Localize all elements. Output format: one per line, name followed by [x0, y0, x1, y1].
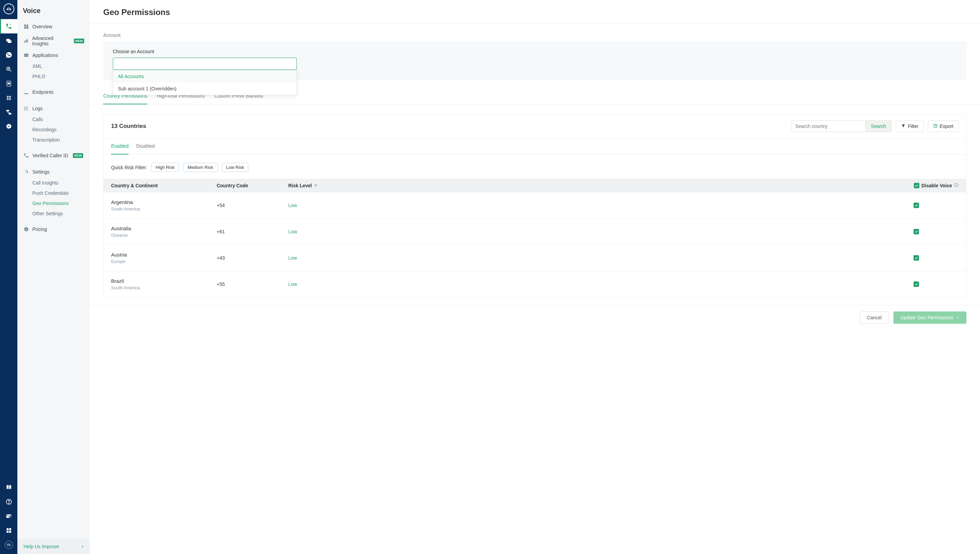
sidebar-sub-calls[interactable]: Calls — [18, 114, 90, 125]
svg-rect-1 — [6, 10, 11, 10]
cancel-button[interactable]: Cancel — [860, 311, 889, 324]
svg-rect-8 — [6, 110, 9, 111]
rail-verified[interactable] — [0, 120, 18, 134]
account-select-input[interactable] — [113, 57, 297, 70]
page-title: Geo Permissions — [90, 0, 980, 24]
rail-flow[interactable] — [0, 105, 18, 120]
rail-voice[interactable] — [0, 19, 18, 34]
rail-help[interactable] — [0, 495, 18, 509]
logo-icon[interactable] — [3, 3, 14, 14]
dropdown-opt-subaccount-1[interactable]: Sub account 1 (Overridden) — [113, 83, 296, 95]
chevron-right-icon — [956, 315, 959, 320]
sidebar-label: Overview — [32, 24, 52, 29]
svg-rect-20 — [27, 25, 28, 26]
chip-high-risk[interactable]: High Risk — [151, 163, 179, 172]
search-country-input[interactable] — [792, 120, 865, 132]
sidebar-item-endpoints[interactable]: Endpoints — [18, 86, 90, 98]
download-icon — [24, 89, 29, 95]
country-name: Australia — [111, 225, 217, 231]
sidebar-label: Logs — [32, 106, 43, 111]
th-country: Country & Continent — [111, 183, 217, 188]
risk-level: Low — [288, 255, 297, 260]
rail-sip[interactable]: SIP — [0, 77, 18, 91]
country-count: 13 Countries — [111, 123, 146, 129]
country-code: +55 — [217, 281, 288, 287]
th-code: Country Code — [217, 183, 288, 188]
rail-whatsapp[interactable] — [0, 48, 18, 62]
help-us-improve[interactable]: Help Us Improve — [18, 539, 90, 554]
svg-point-28 — [24, 108, 25, 109]
sort-icon[interactable] — [314, 183, 318, 188]
table-row: Australia Oceania +61 Low — [103, 219, 966, 245]
rail-numbers[interactable] — [0, 91, 18, 105]
sidebar-item-applications[interactable]: Applications — [18, 49, 90, 61]
th-risk[interactable]: Risk Level — [288, 183, 312, 188]
chip-medium-risk[interactable]: Medium Risk — [183, 163, 217, 172]
avatar[interactable]: Vk — [5, 541, 13, 549]
export-button[interactable]: Export — [928, 120, 959, 132]
new-badge: NEW — [74, 38, 84, 43]
svg-rect-19 — [24, 25, 26, 26]
sidebar-sub-call-insights[interactable]: Call Insights — [18, 178, 90, 188]
sidebar-sub-geo-permissions[interactable]: Geo Permissions — [18, 198, 90, 208]
sidebar-item-logs[interactable]: Logs — [18, 103, 90, 114]
table-row: Brazil South America +55 Low — [103, 271, 966, 297]
filter-label: Filter — [908, 123, 918, 129]
svg-rect-23 — [24, 41, 25, 43]
chip-low-risk[interactable]: Low Risk — [222, 163, 249, 172]
subtab-disabled[interactable]: Disabled — [136, 139, 154, 154]
svg-rect-21 — [27, 26, 28, 29]
rail-messaging[interactable] — [0, 34, 18, 48]
disable-voice-all-checkbox[interactable] — [914, 183, 920, 188]
choose-account-label: Choose an Account — [113, 49, 957, 54]
th-disable: Disable Voice — [921, 183, 952, 188]
rail-support[interactable]: $ — [0, 509, 18, 523]
sidebar-item-overview[interactable]: Overview — [18, 21, 90, 32]
sidebar-item-pricing[interactable]: $ Pricing — [18, 224, 90, 235]
disable-voice-checkbox[interactable] — [913, 203, 919, 208]
filter-button[interactable]: Filter — [896, 120, 923, 132]
sidebar-label: Endpoints — [32, 89, 54, 95]
risk-level: Low — [288, 229, 297, 235]
rail-lookup[interactable] — [0, 62, 18, 77]
svg-rect-18 — [9, 531, 11, 533]
sidebar-sub-xml[interactable]: XML — [18, 61, 90, 71]
sidebar-sub-push-credentials[interactable]: Push Credentials — [18, 188, 90, 198]
disable-voice-checkbox[interactable] — [913, 229, 919, 235]
svg-rect-15 — [6, 528, 8, 530]
rail-avatar[interactable]: Vk — [0, 538, 18, 552]
disable-voice-checkbox[interactable] — [913, 255, 919, 260]
filter-icon — [901, 123, 906, 129]
risk-level: Low — [288, 281, 297, 287]
rail-apps[interactable] — [0, 523, 18, 538]
list-icon — [24, 106, 29, 111]
svg-point-27 — [24, 107, 25, 107]
disable-voice-checkbox[interactable] — [913, 281, 919, 287]
svg-text:SIP: SIP — [8, 83, 10, 84]
sidebar-sub-recordings[interactable]: Recordings — [18, 125, 90, 135]
gear-icon — [24, 169, 29, 175]
sidebar-item-settings[interactable]: Settings — [18, 166, 90, 178]
update-geo-permissions-button[interactable]: Update Geo Permissions — [893, 311, 966, 324]
continent-name: South America — [111, 206, 217, 211]
phone-check-icon — [24, 153, 29, 158]
sidebar-label: Verified Caller ID — [32, 153, 68, 158]
sidebar-item-verified-caller-id[interactable]: Verified Caller ID NEW — [18, 150, 90, 161]
svg-rect-22 — [24, 27, 26, 29]
risk-level: Low — [288, 203, 297, 208]
table-row: Austria Europe +43 Low — [103, 245, 966, 271]
export-icon — [933, 123, 938, 129]
export-label: Export — [940, 123, 953, 129]
dropdown-opt-all-accounts[interactable]: All Accounts — [113, 70, 296, 83]
account-dropdown: All Accounts Sub account 1 (Overridden) — [113, 70, 297, 95]
info-icon[interactable] — [954, 183, 959, 188]
sidebar-sub-phlo[interactable]: PHLO — [18, 71, 90, 81]
rail-docs[interactable] — [0, 480, 18, 495]
sidebar-item-advanced-insights[interactable]: Advanced Insights NEW — [18, 32, 90, 49]
dashboard-icon — [24, 24, 29, 29]
sidebar-sub-other-settings[interactable]: Other Settings — [18, 208, 90, 219]
sidebar-sub-transcription[interactable]: Transcription — [18, 135, 90, 145]
subtab-enabled[interactable]: Enabled — [111, 139, 129, 154]
country-name: Austria — [111, 252, 217, 257]
search-button[interactable]: Search — [865, 120, 892, 132]
